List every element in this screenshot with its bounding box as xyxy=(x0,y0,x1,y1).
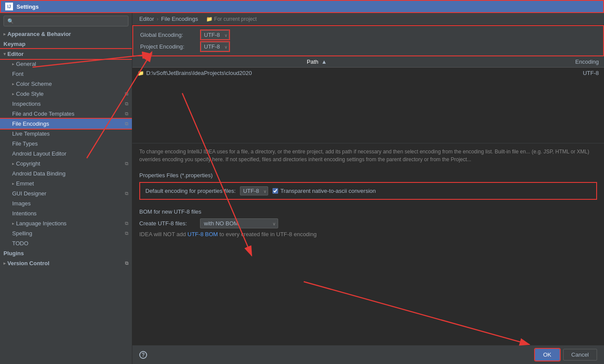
sidebar-item-inspections[interactable]: Inspections⧉ xyxy=(0,99,132,109)
table-row[interactable]: 📁D:\vSoft\JetBrains\IdeaProjects\cloud20… xyxy=(132,68,604,79)
arrow-icon: ▸ xyxy=(3,261,6,266)
sidebar-item-label: File and Code Templates xyxy=(12,110,75,117)
nav-tree: ▸Appearance & BehaviorKeymap▾Editor▸Gene… xyxy=(0,29,132,364)
sidebar-item-label: Code Style xyxy=(16,91,44,97)
sidebar-item-label: Editor xyxy=(7,51,24,57)
sidebar-item-font[interactable]: Font xyxy=(0,69,132,79)
sidebar-item-spelling[interactable]: Spelling⧉ xyxy=(0,228,132,238)
encoding-top: Global Encoding: UTF-8 Project Encoding:… xyxy=(132,25,604,56)
sidebar-item-emmet[interactable]: ▸Emmet xyxy=(0,179,132,188)
app-logo: IJ xyxy=(5,3,13,10)
sidebar-item-version-control[interactable]: ▸Version Control⧉ xyxy=(0,258,132,268)
bom-section-title: BOM for new UTF-8 files xyxy=(139,208,597,215)
copy-icon: ⧉ xyxy=(125,260,128,266)
sidebar-item-label: GUI Designer xyxy=(12,190,46,197)
sidebar-item-file-encodings[interactable]: File Encodings⧉ xyxy=(0,119,132,129)
sidebar-item-copyright[interactable]: ▸Copyright⧉ xyxy=(0,159,132,169)
arrow-icon: ▸ xyxy=(3,32,6,36)
sidebar-item-label: Version Control xyxy=(7,260,49,266)
project-encoding-select[interactable]: UTF-8 xyxy=(201,42,229,51)
arrow-icon: ▾ xyxy=(3,52,6,56)
bottom-bar: ? OK Cancel xyxy=(132,345,604,364)
cancel-button[interactable]: Cancel xyxy=(563,349,597,361)
bom-note-text: IDEA will NOT add xyxy=(139,231,187,237)
sidebar-item-label: Keymap xyxy=(3,41,26,47)
sidebar-item-code-style[interactable]: ▸Code Style⧉ xyxy=(0,89,132,99)
bom-section: BOM for new UTF-8 files Create UTF-8 fil… xyxy=(132,204,604,242)
bom-note-row: IDEA will NOT add UTF-8 BOM to every cre… xyxy=(139,231,597,237)
sidebar-item-label: Language Injections xyxy=(16,220,66,227)
sidebar-item-images[interactable]: Images xyxy=(0,198,132,208)
copy-icon: ⧉ xyxy=(125,231,128,236)
breadcrumb-file-encodings[interactable]: File Encodings xyxy=(161,16,198,22)
sidebar-item-label: File Types xyxy=(12,140,38,147)
sidebar-item-keymap[interactable]: Keymap xyxy=(0,39,132,49)
arrow-icon: ▸ xyxy=(12,62,14,66)
global-encoding-row: Global Encoding: UTF-8 xyxy=(140,30,596,39)
project-encoding-label: Project Encoding: xyxy=(140,43,201,50)
sidebar-item-gui-designer[interactable]: GUI Designer⧉ xyxy=(0,188,132,198)
sidebar-item-language-injections[interactable]: ▸Language Injections⧉ xyxy=(0,218,132,228)
copy-icon: ⧉ xyxy=(125,121,128,127)
arrow-icon: ▸ xyxy=(12,81,14,86)
sidebar-item-label: Spelling xyxy=(12,230,32,237)
project-encoding-select-wrapper: UTF-8 xyxy=(201,42,229,51)
sidebar-item-intentions[interactable]: Intentions xyxy=(0,208,132,218)
copy-icon: ⧉ xyxy=(125,91,128,97)
copy-icon: ⧉ xyxy=(125,221,128,226)
path-table-container: Path ▲ Encoding 📁D:\vSoft\JetBrains\Idea… xyxy=(132,56,604,143)
properties-encoding-label: Default encoding for properties files: xyxy=(145,188,236,194)
bom-note-end: to every created file in UTF-8 encoding xyxy=(218,231,317,237)
sidebar-item-editor[interactable]: ▾Editor xyxy=(0,49,132,59)
bom-link[interactable]: UTF-8 BOM xyxy=(187,231,218,237)
search-input[interactable] xyxy=(16,18,125,24)
sidebar-item-label: Live Templates xyxy=(12,130,49,137)
sidebar-item-android-data-binding[interactable]: Android Data Binding xyxy=(0,169,132,179)
sidebar-item-appearance-behavior[interactable]: ▸Appearance & Behavior xyxy=(0,29,132,39)
properties-section: Properties Files (*.properties) Default … xyxy=(132,168,604,204)
encoding-column-header: Encoding xyxy=(501,56,604,68)
sidebar: 🔍 ▸Appearance & BehaviorKeymap▾Editor▸Ge… xyxy=(0,13,132,364)
global-encoding-select[interactable]: UTF-8 xyxy=(201,30,229,39)
copy-icon: ⧉ xyxy=(125,191,128,196)
title-bar: IJ Settings xyxy=(0,0,604,13)
sidebar-item-file-and-code-templates[interactable]: File and Code Templates⧉ xyxy=(0,109,132,119)
properties-encoding-select[interactable]: UTF-8 xyxy=(240,186,268,195)
sidebar-item-live-templates[interactable]: Live Templates xyxy=(0,129,132,139)
arrow-icon: ▸ xyxy=(12,181,14,186)
search-box[interactable]: 🔍 xyxy=(3,16,128,26)
sidebar-item-label: Emmet xyxy=(16,180,34,187)
sidebar-item-todo[interactable]: TODO xyxy=(0,238,132,248)
breadcrumb-editor[interactable]: Editor xyxy=(139,16,154,22)
bom-create-select[interactable]: with NO BOM with BOM with BOM (auto) xyxy=(200,218,278,228)
sidebar-item-color-scheme[interactable]: ▸Color Scheme xyxy=(0,79,132,89)
content-area: Global Encoding: UTF-8 Project Encoding:… xyxy=(132,25,604,345)
global-encoding-select-wrapper: UTF-8 xyxy=(201,30,229,39)
path-column-header: Path ▲ xyxy=(132,56,501,68)
folder-icon: 📁 xyxy=(138,70,144,76)
sidebar-item-android-layout-editor[interactable]: Android Layout Editor xyxy=(0,149,132,159)
properties-inner: Default encoding for properties files: U… xyxy=(139,182,597,200)
breadcrumb: Editor › File Encodings 📁 For current pr… xyxy=(132,13,604,25)
help-icon[interactable]: ? xyxy=(139,351,147,359)
bom-create-row: Create UTF-8 files: with NO BOM with BOM… xyxy=(139,218,597,228)
sidebar-item-file-types[interactable]: File Types xyxy=(0,139,132,149)
ok-button[interactable]: OK xyxy=(535,349,560,361)
sidebar-item-general[interactable]: ▸General xyxy=(0,59,132,69)
copy-icon: ⧉ xyxy=(125,111,128,117)
transparent-conversion-wrapper: Transparent native-to-ascii conversion xyxy=(272,188,376,194)
encoding-cell: UTF-8 xyxy=(501,68,604,79)
path-cell: 📁D:\vSoft\JetBrains\IdeaProjects\cloud20… xyxy=(132,68,501,79)
transparent-conversion-checkbox[interactable] xyxy=(272,188,278,194)
project-icon: 📁 xyxy=(206,16,213,22)
breadcrumb-separator: › xyxy=(157,16,158,22)
sidebar-item-label: General xyxy=(16,61,36,67)
sidebar-item-plugins[interactable]: Plugins xyxy=(0,248,132,258)
sidebar-item-label: Copyright xyxy=(16,160,40,167)
sidebar-item-label: Appearance & Behavior xyxy=(7,31,71,37)
bom-create-label: Create UTF-8 files: xyxy=(139,220,196,227)
search-icon: 🔍 xyxy=(7,18,14,24)
main-content: Editor › File Encodings 📁 For current pr… xyxy=(132,13,604,364)
arrow-icon: ▸ xyxy=(12,91,14,96)
app-title: Settings xyxy=(16,3,39,10)
